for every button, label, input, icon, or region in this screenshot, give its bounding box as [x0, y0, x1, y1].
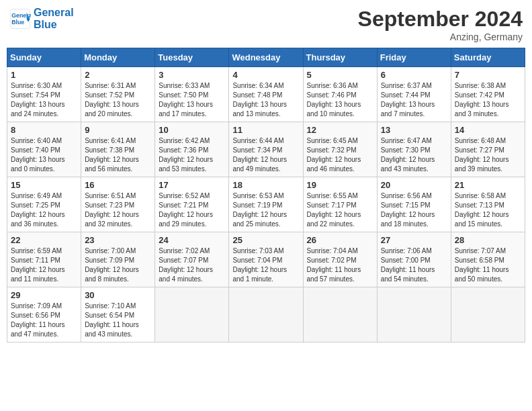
day-number: 22: [11, 235, 77, 245]
day-cell: 14 Sunrise: 6:48 AM Sunset: 7:27 PM Dayl…: [451, 122, 525, 177]
day-number: 8: [11, 125, 77, 135]
day-cell: 4 Sunrise: 6:34 AM Sunset: 7:48 PM Dayli…: [229, 67, 303, 122]
col-header-monday: Monday: [81, 48, 155, 67]
day-info: Sunrise: 6:31 AM Sunset: 7:52 PM Dayligh…: [85, 81, 151, 119]
header-row: SundayMondayTuesdayWednesdayThursdayFrid…: [7, 48, 525, 67]
day-number: 1: [11, 70, 77, 80]
day-cell: [229, 287, 303, 342]
day-number: 11: [232, 125, 299, 135]
page-header: General Blue General Blue September 2024…: [7, 7, 525, 42]
day-info: Sunrise: 6:48 AM Sunset: 7:27 PM Dayligh…: [455, 136, 521, 174]
day-info: Sunrise: 6:38 AM Sunset: 7:42 PM Dayligh…: [455, 81, 521, 119]
col-header-tuesday: Tuesday: [155, 48, 229, 67]
day-cell: 8 Sunrise: 6:40 AM Sunset: 7:40 PM Dayli…: [7, 122, 81, 177]
day-info: Sunrise: 7:07 AM Sunset: 6:58 PM Dayligh…: [455, 246, 521, 284]
day-cell: [303, 287, 377, 342]
day-info: Sunrise: 6:41 AM Sunset: 7:38 PM Dayligh…: [85, 136, 151, 174]
day-number: 18: [232, 180, 299, 190]
col-header-friday: Friday: [377, 48, 451, 67]
day-info: Sunrise: 6:33 AM Sunset: 7:50 PM Dayligh…: [159, 81, 225, 119]
day-number: 28: [455, 235, 521, 245]
day-number: 15: [11, 180, 77, 190]
day-number: 26: [307, 235, 373, 245]
col-header-wednesday: Wednesday: [229, 48, 303, 67]
day-cell: 16 Sunrise: 6:51 AM Sunset: 7:23 PM Dayl…: [81, 177, 155, 232]
day-number: 3: [159, 70, 225, 80]
day-number: 12: [307, 125, 373, 135]
day-info: Sunrise: 7:10 AM Sunset: 6:54 PM Dayligh…: [85, 302, 151, 339]
day-number: 29: [11, 290, 77, 300]
day-cell: 24 Sunrise: 7:02 AM Sunset: 7:07 PM Dayl…: [155, 232, 229, 287]
day-number: 27: [381, 235, 447, 245]
day-cell: 17 Sunrise: 6:52 AM Sunset: 7:21 PM Dayl…: [155, 177, 229, 232]
day-cell: 12 Sunrise: 6:45 AM Sunset: 7:32 PM Dayl…: [303, 122, 377, 177]
day-cell: 19 Sunrise: 6:55 AM Sunset: 7:17 PM Dayl…: [303, 177, 377, 232]
calendar-table: SundayMondayTuesdayWednesdayThursdayFrid…: [7, 48, 525, 342]
day-info: Sunrise: 7:03 AM Sunset: 7:04 PM Dayligh…: [232, 246, 299, 284]
day-number: 16: [85, 180, 151, 190]
day-cell: 28 Sunrise: 7:07 AM Sunset: 6:58 PM Dayl…: [451, 232, 525, 287]
week-row-3: 15 Sunrise: 6:49 AM Sunset: 7:25 PM Dayl…: [7, 177, 525, 232]
day-info: Sunrise: 6:44 AM Sunset: 7:34 PM Dayligh…: [232, 136, 299, 174]
col-header-saturday: Saturday: [451, 48, 525, 67]
day-cell: 20 Sunrise: 6:56 AM Sunset: 7:15 PM Dayl…: [377, 177, 451, 232]
day-cell: 9 Sunrise: 6:41 AM Sunset: 7:38 PM Dayli…: [81, 122, 155, 177]
day-info: Sunrise: 6:45 AM Sunset: 7:32 PM Dayligh…: [307, 136, 373, 174]
col-header-thursday: Thursday: [303, 48, 377, 67]
day-cell: 1 Sunrise: 6:30 AM Sunset: 7:54 PM Dayli…: [7, 67, 81, 122]
day-info: Sunrise: 6:52 AM Sunset: 7:21 PM Dayligh…: [159, 191, 225, 229]
day-number: 23: [85, 235, 151, 245]
day-cell: 26 Sunrise: 7:04 AM Sunset: 7:02 PM Dayl…: [303, 232, 377, 287]
day-info: Sunrise: 6:47 AM Sunset: 7:30 PM Dayligh…: [381, 136, 447, 174]
day-cell: 29 Sunrise: 7:09 AM Sunset: 6:56 PM Dayl…: [7, 287, 81, 342]
day-info: Sunrise: 7:09 AM Sunset: 6:56 PM Dayligh…: [11, 302, 77, 339]
day-info: Sunrise: 7:06 AM Sunset: 7:00 PM Dayligh…: [381, 246, 447, 284]
day-info: Sunrise: 6:42 AM Sunset: 7:36 PM Dayligh…: [159, 136, 225, 174]
week-row-2: 8 Sunrise: 6:40 AM Sunset: 7:40 PM Dayli…: [7, 122, 525, 177]
day-info: Sunrise: 7:02 AM Sunset: 7:07 PM Dayligh…: [159, 246, 225, 284]
day-cell: [155, 287, 229, 342]
day-cell: 10 Sunrise: 6:42 AM Sunset: 7:36 PM Dayl…: [155, 122, 229, 177]
day-cell: 27 Sunrise: 7:06 AM Sunset: 7:00 PM Dayl…: [377, 232, 451, 287]
day-number: 21: [455, 180, 521, 190]
day-info: Sunrise: 6:34 AM Sunset: 7:48 PM Dayligh…: [232, 81, 299, 119]
day-cell: 30 Sunrise: 7:10 AM Sunset: 6:54 PM Dayl…: [81, 287, 155, 342]
week-row-4: 22 Sunrise: 6:59 AM Sunset: 7:11 PM Dayl…: [7, 232, 525, 287]
day-cell: 18 Sunrise: 6:53 AM Sunset: 7:19 PM Dayl…: [229, 177, 303, 232]
day-cell: 7 Sunrise: 6:38 AM Sunset: 7:42 PM Dayli…: [451, 67, 525, 122]
month-title: September 2024: [358, 7, 523, 32]
day-cell: 15 Sunrise: 6:49 AM Sunset: 7:25 PM Dayl…: [7, 177, 81, 232]
day-cell: 6 Sunrise: 6:37 AM Sunset: 7:44 PM Dayli…: [377, 67, 451, 122]
day-number: 6: [381, 70, 447, 80]
day-number: 7: [455, 70, 521, 80]
day-number: 10: [159, 125, 225, 135]
day-number: 19: [307, 180, 373, 190]
day-info: Sunrise: 6:40 AM Sunset: 7:40 PM Dayligh…: [11, 136, 77, 174]
day-cell: 3 Sunrise: 6:33 AM Sunset: 7:50 PM Dayli…: [155, 67, 229, 122]
day-number: 24: [159, 235, 225, 245]
day-info: Sunrise: 6:56 AM Sunset: 7:15 PM Dayligh…: [381, 191, 447, 229]
day-info: Sunrise: 6:55 AM Sunset: 7:17 PM Dayligh…: [307, 191, 373, 229]
day-cell: 13 Sunrise: 6:47 AM Sunset: 7:30 PM Dayl…: [377, 122, 451, 177]
day-number: 30: [85, 290, 151, 300]
day-cell: 23 Sunrise: 7:00 AM Sunset: 7:09 PM Dayl…: [81, 232, 155, 287]
location: Anzing, Germany: [358, 32, 523, 42]
day-info: Sunrise: 6:58 AM Sunset: 7:13 PM Dayligh…: [455, 191, 521, 229]
title-block: September 2024 Anzing, Germany: [358, 7, 523, 42]
day-info: Sunrise: 6:37 AM Sunset: 7:44 PM Dayligh…: [381, 81, 447, 119]
day-info: Sunrise: 6:59 AM Sunset: 7:11 PM Dayligh…: [11, 246, 77, 284]
day-number: 9: [85, 125, 151, 135]
day-number: 13: [381, 125, 447, 135]
logo: General Blue General Blue: [9, 7, 74, 30]
day-number: 25: [232, 235, 299, 245]
day-cell: 25 Sunrise: 7:03 AM Sunset: 7:04 PM Dayl…: [229, 232, 303, 287]
day-cell: 2 Sunrise: 6:31 AM Sunset: 7:52 PM Dayli…: [81, 67, 155, 122]
day-info: Sunrise: 6:49 AM Sunset: 7:25 PM Dayligh…: [11, 191, 77, 229]
day-info: Sunrise: 6:36 AM Sunset: 7:46 PM Dayligh…: [307, 81, 373, 119]
week-row-5: 29 Sunrise: 7:09 AM Sunset: 6:56 PM Dayl…: [7, 287, 525, 342]
week-row-1: 1 Sunrise: 6:30 AM Sunset: 7:54 PM Dayli…: [7, 67, 525, 122]
day-cell: 21 Sunrise: 6:58 AM Sunset: 7:13 PM Dayl…: [451, 177, 525, 232]
day-number: 2: [85, 70, 151, 80]
day-info: Sunrise: 7:04 AM Sunset: 7:02 PM Dayligh…: [307, 246, 373, 284]
day-cell: 22 Sunrise: 6:59 AM Sunset: 7:11 PM Dayl…: [7, 232, 81, 287]
